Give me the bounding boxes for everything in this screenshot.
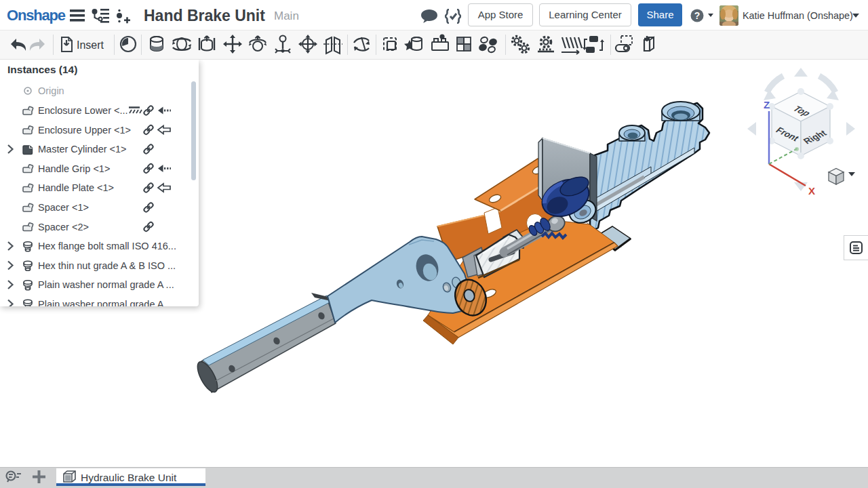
svg-text:Hex flange bolt small ISO 416.: Hex flange bolt small ISO 416... [38,241,176,251]
svg-text:Origin: Origin [38,85,64,96]
svg-text:Hydraulic Brake Unit: Hydraulic Brake Unit [81,472,177,483]
svg-text:Spacer <2>: Spacer <2> [38,222,89,232]
svg-text:X: X [808,185,815,197]
svg-text:Z: Z [764,99,770,110]
svg-text:Plain washer normal grade A: Plain washer normal grade A [38,299,164,307]
svg-text:Master Cylinder <1>: Master Cylinder <1> [38,144,127,155]
svg-text:Insert: Insert [77,39,104,51]
svg-text:Enclosure Lower <...: Enclosure Lower <... [38,105,128,116]
svg-text:Spacer <1>: Spacer <1> [38,202,89,213]
svg-text:Plain washer normal grade A ..: Plain washer normal grade A ... [38,279,174,290]
svg-text:Enclosure Upper <1>: Enclosure Upper <1> [38,125,131,136]
svg-text:Instances (14): Instances (14) [7,64,77,75]
svg-text:Handle Plate <1>: Handle Plate <1> [38,182,114,193]
svg-text:Hex thin nut grade A & B ISO .: Hex thin nut grade A & B ISO ... [38,260,176,271]
svg-text:Handle Grip <1>: Handle Grip <1> [38,163,110,174]
svg-text:?: ? [694,10,701,21]
